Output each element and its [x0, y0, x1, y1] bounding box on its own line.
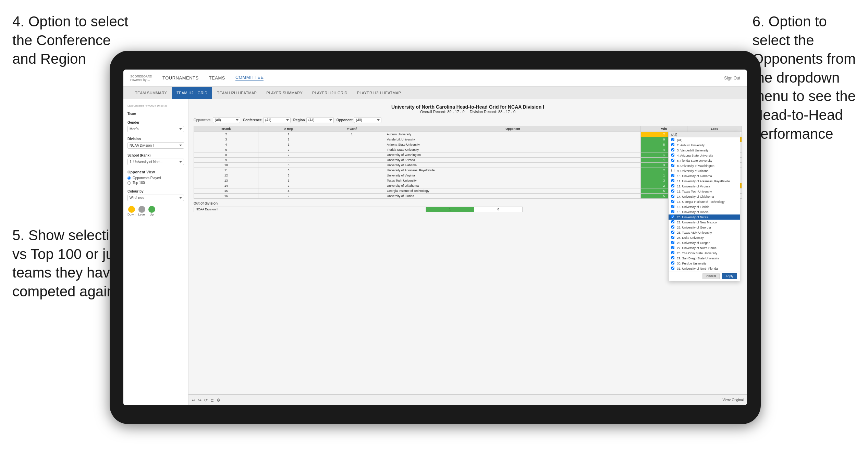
col-conf: # Conf [319, 126, 385, 132]
toolbar-refresh[interactable]: ⟳ [204, 398, 208, 403]
toolbar-undo[interactable]: ↩ [192, 398, 195, 403]
cell-conf [319, 183, 385, 188]
nav-tournaments[interactable]: TOURNAMENTS [162, 75, 199, 81]
dropdown-item[interactable]: 27. University of Notre Dame [669, 245, 740, 250]
division-record-label: Division Record: [470, 110, 497, 114]
dropdown-checkbox[interactable] [671, 189, 674, 193]
dropdown-item[interactable]: 11. University of Arkansas, Fayetteville [669, 179, 740, 184]
opponent-filter-select[interactable]: (All) [354, 117, 381, 123]
nav-teams[interactable]: TEAMS [209, 75, 225, 81]
radio-top100-input[interactable] [127, 181, 131, 185]
dropdown-item[interactable]: 2. Auburn University [669, 143, 740, 148]
tab-team-h2h-heatmap[interactable]: TEAM H2H HEATMAP [212, 87, 261, 99]
tab-player-h2h-grid[interactable]: PLAYER H2H GRID [307, 87, 352, 99]
toolbar-home[interactable]: ⊏ [210, 398, 214, 403]
dropdown-item[interactable]: 25. University of Oregon [669, 240, 740, 245]
annotation-tr-line-1: 6. Option to [753, 13, 827, 29]
dropdown-item[interactable]: 15. Georgia Institute of Technology [669, 199, 740, 204]
col-rank: #Rank [194, 126, 258, 132]
nav-committee[interactable]: COMMITTEE [235, 75, 264, 81]
dropdown-checkbox[interactable] [671, 241, 674, 244]
col-loss: Loss [687, 126, 742, 132]
dropdown-item[interactable]: 20. University of Texas [669, 214, 740, 220]
cell-opponent: Georgia Institute of Technology [385, 188, 640, 194]
toolbar-settings[interactable]: ⚙ [217, 398, 220, 403]
cell-conf [319, 178, 385, 183]
dropdown-checkbox[interactable] [671, 169, 674, 172]
dropdown-checkbox[interactable] [671, 184, 674, 187]
dropdown-checkbox[interactable] [671, 148, 674, 151]
sign-out-button[interactable]: Sign Out [724, 76, 740, 81]
dropdown-checkbox[interactable] [671, 256, 674, 259]
tab-team-h2h-grid[interactable]: TEAM H2H GRID [172, 87, 212, 99]
cell-reg: 5 [258, 163, 319, 168]
dropdown-checkbox[interactable] [671, 195, 674, 198]
dropdown-checkbox[interactable] [671, 261, 674, 265]
dropdown-checkbox[interactable] [671, 205, 674, 208]
gender-select[interactable]: Men's [127, 126, 184, 132]
dropdown-checkbox[interactable] [671, 236, 674, 239]
dropdown-checkbox[interactable] [671, 153, 674, 157]
dropdown-checkbox[interactable] [671, 267, 674, 270]
dropdown-checkbox[interactable] [671, 215, 674, 218]
dropdown-item[interactable]: 3. Vanderbilt University [669, 148, 740, 153]
radio-opponents-played-input[interactable] [127, 176, 131, 180]
dropdown-checkbox[interactable] [671, 220, 674, 223]
conference-filter-select[interactable]: (All) [263, 117, 291, 123]
team-label: Team [127, 112, 184, 116]
dropdown-checkbox[interactable] [671, 179, 674, 182]
annotation-tr-line-3: Opponents from [753, 51, 856, 67]
dropdown-item[interactable]: 30. Purdue University [669, 261, 740, 266]
cancel-button[interactable]: Cancel [702, 273, 720, 279]
dropdown-checkbox[interactable] [671, 231, 674, 234]
cell-reg: 2 [258, 194, 319, 199]
tab-player-h2h-heatmap[interactable]: PLAYER H2H HEATMAP [352, 87, 406, 99]
dropdown-item[interactable]: 13. Texas Tech University [669, 189, 740, 194]
tab-team-summary[interactable]: TEAM SUMMARY [130, 87, 172, 99]
dropdown-item[interactable]: 21. University of New Mexico [669, 220, 740, 225]
dropdown-footer: Cancel Apply [669, 271, 740, 281]
radio-top100[interactable]: Top 100 [127, 181, 184, 185]
dropdown-checkbox[interactable] [671, 174, 674, 177]
dropdown-checkbox[interactable] [671, 138, 674, 141]
dropdown-checkbox[interactable] [671, 251, 674, 254]
region-filter-select[interactable]: (All) [306, 117, 334, 123]
dropdown-item[interactable]: 28. The Ohio State University [669, 250, 740, 256]
team-section: Team [127, 112, 184, 116]
dropdown-item[interactable]: 6. Florida State University [669, 158, 740, 163]
cell-opponent: Vanderbilt University [385, 137, 640, 142]
dropdown-item[interactable]: 4. Arizona State University [669, 153, 740, 158]
legend-up-circle [148, 206, 155, 213]
tab-player-summary[interactable]: PLAYER SUMMARY [261, 87, 307, 99]
dropdown-item[interactable]: 8. University of Washington [669, 163, 740, 168]
dropdown-item[interactable]: 31. University of North Florida [669, 266, 740, 271]
colour-by-select[interactable]: Win/Loss [127, 195, 184, 201]
dropdown-item[interactable]: 14. University of Oklahoma [669, 194, 740, 199]
dropdown-item[interactable]: 23. Texas A&M University [669, 230, 740, 235]
dropdown-item[interactable]: 9. University of Arizona [669, 168, 740, 173]
dropdown-checkbox[interactable] [671, 164, 674, 167]
toolbar-redo[interactable]: ↪ [198, 398, 201, 403]
dropdown-item[interactable]: (All) [669, 137, 740, 143]
toolbar-view-label: View: Original [722, 398, 744, 402]
apply-button[interactable]: Apply [722, 273, 737, 279]
dropdown-item[interactable]: 18. University of Illinois [669, 209, 740, 214]
dropdown-checkbox[interactable] [671, 143, 674, 146]
dropdown-item[interactable]: 22. University of Georgia [669, 225, 740, 230]
dropdown-item[interactable]: 24. Duke University [669, 235, 740, 240]
division-select[interactable]: NCAA Division I [127, 142, 184, 149]
dropdown-item[interactable]: 16. University of Florida [669, 204, 740, 209]
dropdown-item[interactable]: 10. University of Alabama [669, 173, 740, 179]
cell-opponent: University of Oklahoma [385, 183, 640, 188]
dropdown-checkbox[interactable] [671, 225, 674, 229]
dropdown-checkbox[interactable] [671, 246, 674, 249]
dropdown-checkbox[interactable] [671, 200, 674, 203]
school-rank-select[interactable]: 1. University of Nort... [127, 159, 184, 165]
dropdown-item[interactable]: 12. University of Virginia [669, 184, 740, 189]
dropdown-checkbox[interactable] [671, 159, 674, 162]
dropdown-checkbox[interactable] [671, 210, 674, 213]
opponents-filter-select[interactable]: (All) [213, 117, 240, 123]
radio-opponents-played[interactable]: Opponents Played [127, 176, 184, 180]
dropdown-item[interactable]: 29. San Diego State University [669, 256, 740, 261]
cell-rank: 16 [194, 194, 258, 199]
